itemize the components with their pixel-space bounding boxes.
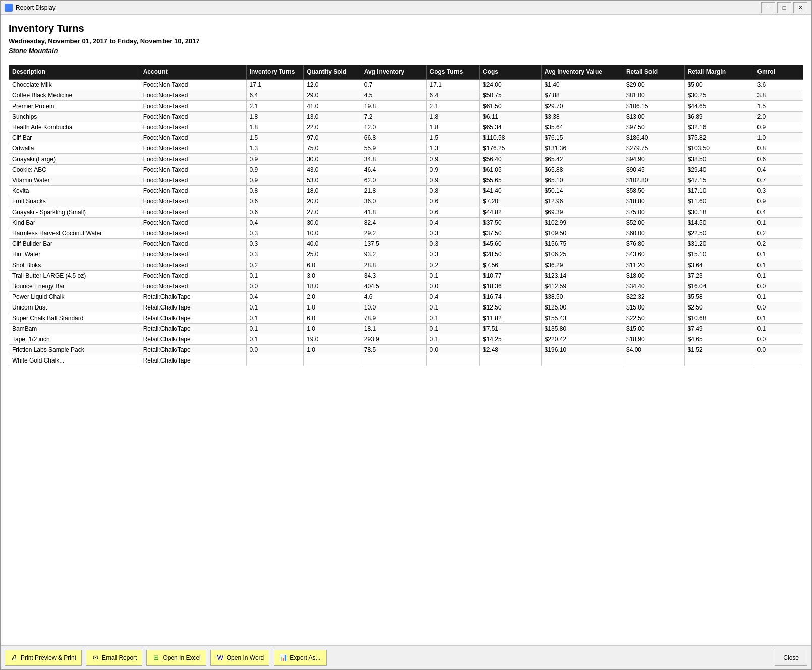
table-cell: 0.1 bbox=[754, 323, 803, 334]
table-cell: Food:Non-Taxed bbox=[140, 249, 246, 260]
table-cell: 0.6 bbox=[246, 196, 304, 207]
table-cell: $18.36 bbox=[480, 281, 542, 291]
table-cell: 0.9 bbox=[246, 153, 304, 164]
maximize-button[interactable]: □ bbox=[777, 2, 791, 13]
table-cell: 0.8 bbox=[754, 143, 803, 153]
table-cell: 0.0 bbox=[754, 344, 803, 355]
table-cell: $11.20 bbox=[623, 260, 684, 270]
table-cell: 0.0 bbox=[246, 281, 304, 291]
table-cell: 0.2 bbox=[754, 228, 803, 238]
close-button[interactable]: Close bbox=[775, 650, 807, 666]
table-cell: 0.6 bbox=[754, 153, 803, 164]
table-cell: 0.0 bbox=[754, 302, 803, 313]
table-cell: 6.0 bbox=[304, 313, 361, 323]
export-as-button[interactable]: 📊 Export As... bbox=[274, 650, 326, 666]
print-preview-button[interactable]: 🖨 Print Preview & Print bbox=[5, 650, 82, 666]
table-cell: $65.42 bbox=[541, 153, 623, 164]
table-cell bbox=[684, 355, 754, 366]
table-cell: $4.00 bbox=[623, 344, 684, 355]
table-cell: 93.2 bbox=[361, 249, 426, 260]
table-cell: $196.10 bbox=[541, 344, 623, 355]
table-cell: Super Chalk Ball Standard bbox=[9, 313, 140, 323]
table-cell: 0.3 bbox=[246, 249, 304, 260]
table-cell: 1.0 bbox=[304, 344, 361, 355]
table-cell: $155.43 bbox=[541, 313, 623, 323]
header-retail-sold: Retail Sold bbox=[623, 65, 684, 80]
table-cell: $97.50 bbox=[623, 122, 684, 132]
excel-icon: ⊞ bbox=[152, 654, 160, 662]
table-cell: 0.6 bbox=[426, 196, 479, 207]
open-word-button[interactable]: W Open In Word bbox=[210, 650, 269, 666]
title-bar-controls: − □ ✕ bbox=[761, 2, 807, 13]
table-row: Clif BarFood:Non-Taxed1.597.066.81.5$110… bbox=[9, 132, 803, 143]
table-cell: Clif Bar bbox=[9, 132, 140, 143]
table-cell: $15.00 bbox=[623, 302, 684, 313]
table-row: Vitamin WaterFood:Non-Taxed0.953.062.00.… bbox=[9, 175, 803, 185]
table-cell: 18.0 bbox=[304, 185, 361, 196]
print-icon: 🖨 bbox=[10, 654, 18, 662]
minimize-button[interactable]: − bbox=[761, 2, 775, 13]
table-cell: 46.4 bbox=[361, 164, 426, 175]
table-cell bbox=[304, 355, 361, 366]
table-cell: 0.6 bbox=[426, 207, 479, 217]
table-cell: 20.0 bbox=[304, 196, 361, 207]
table-container[interactable]: Description Account Inventory Turns Quan… bbox=[9, 65, 803, 645]
table-cell: 19.0 bbox=[304, 334, 361, 344]
table-cell: 1.0 bbox=[304, 302, 361, 313]
table-cell: 10.0 bbox=[304, 228, 361, 238]
table-cell: $30.25 bbox=[684, 90, 754, 100]
table-row: OdwallaFood:Non-Taxed1.375.055.91.3$176.… bbox=[9, 143, 803, 153]
table-cell: $50.14 bbox=[541, 185, 623, 196]
table-cell: 0.3 bbox=[426, 228, 479, 238]
table-cell: $65.88 bbox=[541, 164, 623, 175]
table-cell: $110.58 bbox=[480, 132, 542, 143]
table-cell: Retail:Chalk/Tape bbox=[140, 323, 246, 334]
table-row: Trail Butter LARGE (4.5 oz)Food:Non-Taxe… bbox=[9, 270, 803, 281]
table-cell: 0.1 bbox=[426, 323, 479, 334]
table-cell: 66.8 bbox=[361, 132, 426, 143]
table-cell: $7.88 bbox=[541, 90, 623, 100]
table-cell: Vitamin Water bbox=[9, 175, 140, 185]
table-cell: Unicorn Dust bbox=[9, 302, 140, 313]
header-retail-margin: Retail Margin bbox=[684, 65, 754, 80]
table-cell: 34.3 bbox=[361, 270, 426, 281]
email-label: Email Report bbox=[102, 654, 137, 661]
table-row: Chocolate MilkFood:Non-Taxed17.112.00.71… bbox=[9, 79, 803, 90]
table-cell: 30.0 bbox=[304, 217, 361, 228]
table-cell: 1.0 bbox=[304, 323, 361, 334]
table-cell: 1.8 bbox=[426, 122, 479, 132]
table-cell: Retail:Chalk/Tape bbox=[140, 302, 246, 313]
header-avg-inventory-value: Avg Inventory Value bbox=[541, 65, 623, 80]
table-cell: $7.49 bbox=[684, 323, 754, 334]
table-cell: 0.3 bbox=[426, 249, 479, 260]
table-cell: 0.2 bbox=[246, 260, 304, 270]
table-cell: 18.1 bbox=[361, 323, 426, 334]
table-cell: 6.4 bbox=[426, 90, 479, 100]
table-cell: Food:Non-Taxed bbox=[140, 164, 246, 175]
table-cell bbox=[426, 355, 479, 366]
table-cell: $7.23 bbox=[684, 270, 754, 281]
email-report-button[interactable]: ✉ Email Report bbox=[86, 650, 142, 666]
table-cell: 0.1 bbox=[754, 270, 803, 281]
table-cell: $15.10 bbox=[684, 249, 754, 260]
table-cell: 0.7 bbox=[754, 175, 803, 185]
window-close-button[interactable]: ✕ bbox=[793, 2, 807, 13]
table-cell: $37.50 bbox=[480, 217, 542, 228]
open-excel-button[interactable]: ⊞ Open In Excel bbox=[146, 650, 206, 666]
table-cell: 0.1 bbox=[426, 334, 479, 344]
table-cell: $125.00 bbox=[541, 302, 623, 313]
table-cell: $31.20 bbox=[684, 238, 754, 249]
table-cell: 2.1 bbox=[426, 100, 479, 111]
table-row: BamBamRetail:Chalk/Tape0.11.018.10.1$7.5… bbox=[9, 323, 803, 334]
table-row: Fruit SnacksFood:Non-Taxed0.620.036.00.6… bbox=[9, 196, 803, 207]
table-cell: $17.10 bbox=[684, 185, 754, 196]
table-cell: Sunchips bbox=[9, 111, 140, 122]
header-cogs-turns: Cogs Turns bbox=[426, 65, 479, 80]
table-row: Premier ProteinFood:Non-Taxed2.141.019.8… bbox=[9, 100, 803, 111]
table-cell: $7.20 bbox=[480, 196, 542, 207]
table-row: Harmless Harvest Coconut WaterFood:Non-T… bbox=[9, 228, 803, 238]
word-icon: W bbox=[216, 654, 224, 662]
table-row: Guayaki (Large)Food:Non-Taxed0.930.034.8… bbox=[9, 153, 803, 164]
word-label: Open In Word bbox=[227, 654, 264, 661]
table-row: Clif Builder BarFood:Non-Taxed0.340.0137… bbox=[9, 238, 803, 249]
